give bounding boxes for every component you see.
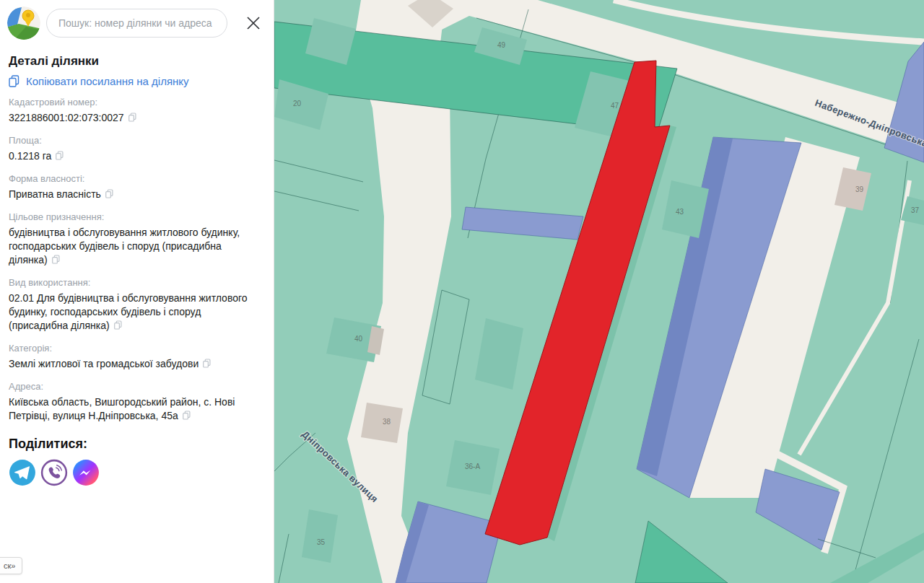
parcel-label-35: 35 <box>317 538 326 546</box>
field-category: Категорія: Землі житлової та громадської… <box>9 343 262 372</box>
close-icon <box>245 15 261 31</box>
share-telegram-button[interactable] <box>9 459 36 486</box>
field-label: Цільове призначення: <box>9 211 262 222</box>
field-value: 02.01 Для будівництва і обслуговування ж… <box>9 292 262 333</box>
cadastral-map-app: Набережно-Дніпровська ву Дніпровська вул… <box>0 0 924 583</box>
map-canvas[interactable]: Набережно-Дніпровська ву Дніпровська вул… <box>274 0 924 583</box>
copy-value-icon[interactable] <box>52 254 60 268</box>
field-label: Форма власності: <box>9 173 262 184</box>
parcel-label-20: 20 <box>293 100 302 108</box>
field-value: будівництва і обслуговування житлового б… <box>9 226 262 268</box>
parcel-label-49: 49 <box>497 41 506 49</box>
parcel-label-40: 40 <box>354 335 363 343</box>
copy-link-label: Копіювати посилання на ділянку <box>26 75 189 87</box>
copy-value-icon[interactable] <box>105 188 113 202</box>
share-viber-button[interactable] <box>40 459 68 486</box>
share-messenger-button[interactable] <box>72 459 100 486</box>
messenger-icon <box>72 459 100 486</box>
field-value: 0.1218 га <box>9 149 262 164</box>
copy-value-icon[interactable] <box>128 112 136 126</box>
parcel-details: Деталі ділянки Копіювати посилання на ді… <box>0 54 274 486</box>
field-value: Київська область, Вишгородський район, с… <box>9 395 262 424</box>
field-value: Землі житлової та громадської забудови <box>9 357 262 372</box>
field-value: 3221886001:02:073:0027 <box>9 111 262 126</box>
copy-value-icon[interactable] <box>183 410 191 424</box>
share-buttons <box>9 459 262 486</box>
map-svg: Набережно-Дніпровська ву Дніпровська вул… <box>274 0 924 583</box>
search-input[interactable] <box>46 9 227 38</box>
page-title: Деталі ділянки <box>9 54 262 69</box>
parcel-label-43: 43 <box>676 208 684 216</box>
field-area: Площа: 0.1218 га <box>9 135 262 164</box>
viber-icon <box>40 459 68 486</box>
field-label: Вид використання: <box>9 277 262 288</box>
field-ownership: Форма власності: Приватна власність <box>9 173 262 202</box>
parcel-label-36a: 36-А <box>465 463 480 470</box>
field-use-type: Вид використання: 02.01 Для будівництва … <box>9 277 262 333</box>
copy-icon <box>9 75 19 87</box>
parcel-label-38: 38 <box>383 418 391 426</box>
copy-value-icon[interactable] <box>56 150 64 164</box>
field-label: Кадастровий номер: <box>9 97 262 108</box>
field-address: Адреса: Київська область, Вишгородський … <box>9 381 262 424</box>
details-sidebar: Деталі ділянки Копіювати посилання на ді… <box>0 0 274 583</box>
telegram-icon <box>9 459 36 486</box>
field-purpose: Цільове призначення: будівництва і обслу… <box>9 211 262 268</box>
share-title: Поділитися: <box>9 437 262 452</box>
copy-value-icon[interactable] <box>114 320 122 333</box>
topbar <box>0 0 274 44</box>
copy-value-icon[interactable] <box>203 358 211 372</box>
field-label: Адреса: <box>9 381 262 392</box>
parcel-label-47: 47 <box>611 102 619 110</box>
app-logo-icon[interactable] <box>7 6 40 40</box>
building-38 <box>361 403 403 443</box>
field-cadastral-number: Кадастровий номер: 3221886001:02:073:002… <box>9 97 262 126</box>
field-value: Приватна власність <box>9 188 262 202</box>
field-label: Площа: <box>9 135 262 146</box>
attribution-badge[interactable]: ск» <box>0 557 22 574</box>
field-label: Категорія: <box>9 343 262 354</box>
copy-parcel-link[interactable]: Копіювати посилання на ділянку <box>9 75 262 87</box>
close-button[interactable] <box>243 13 263 33</box>
parcel-label-39: 39 <box>855 185 864 193</box>
parcel-label-37: 37 <box>911 206 920 214</box>
